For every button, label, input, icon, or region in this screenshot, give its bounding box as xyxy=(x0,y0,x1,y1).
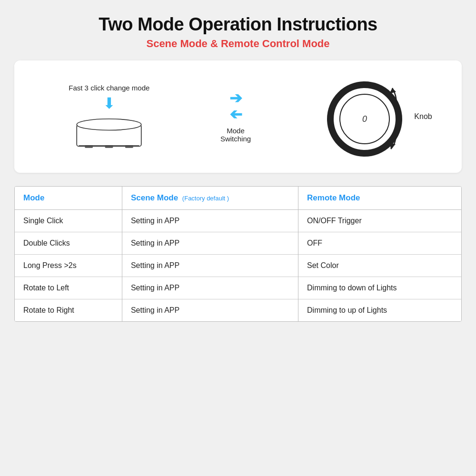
cell-mode-3: Rotate to Left xyxy=(15,277,122,299)
cell-mode-2: Long Press >2s xyxy=(15,255,122,277)
svg-rect-3 xyxy=(105,145,113,148)
knob-svg: 0 xyxy=(322,74,407,159)
switch-arrows: ➔ ➔ xyxy=(229,90,242,122)
cell-scene-3: Setting in APP xyxy=(122,277,298,299)
table-row: Rotate to RightSetting in APPDimming to … xyxy=(15,299,461,322)
table-row: Long Press >2sSetting in APPSet Color xyxy=(15,255,461,277)
arrow-right-icon: ➔ xyxy=(229,90,242,106)
cell-scene-1: Setting in APP xyxy=(122,232,298,255)
factory-default-note: (Factory default ) xyxy=(182,195,229,202)
cell-remote-0: ON/OFF Trigger xyxy=(298,210,461,232)
knob-label: Knob xyxy=(414,112,432,121)
cell-remote-2: Set Color xyxy=(298,255,461,277)
col-header-mode: Mode xyxy=(15,187,122,210)
arrow-left-icon: ➔ xyxy=(229,107,242,122)
diagram-left: Fast 3 click change mode ⬇ xyxy=(69,84,149,150)
col-header-scene: Scene Mode (Factory default ) xyxy=(122,187,298,210)
subtitle: Scene Mode & Remote Control Mode xyxy=(146,38,329,50)
cell-scene-4: Setting in APP xyxy=(122,299,298,322)
svg-rect-4 xyxy=(125,145,133,148)
table-row: Double ClicksSetting in APPOFF xyxy=(15,232,461,255)
mode-table: Mode Scene Mode (Factory default ) Remot… xyxy=(14,186,462,322)
table-body: Single ClickSetting in APPON/OFF Trigger… xyxy=(15,210,461,322)
table-header-row: Mode Scene Mode (Factory default ) Remot… xyxy=(15,187,461,210)
diagram-right: 0 Knob xyxy=(322,74,407,159)
cell-remote-3: Dimming to down of Lights xyxy=(298,277,461,299)
device-illustration xyxy=(71,116,147,150)
cell-remote-4: Dimming to up of Lights xyxy=(298,299,461,322)
col-header-remote: Remote Mode xyxy=(298,187,461,210)
svg-text:0: 0 xyxy=(362,114,367,124)
diagram-card: Fast 3 click change mode ⬇ ➔ ➔ ModeSwitc… xyxy=(14,60,462,173)
table-row: Single ClickSetting in APPON/OFF Trigger xyxy=(15,210,461,232)
fast-click-label: Fast 3 click change mode xyxy=(69,84,149,92)
mode-switch-label: ModeSwitching xyxy=(220,127,251,143)
mode-switch-area: ➔ ➔ ModeSwitching xyxy=(220,90,251,143)
cell-remote-1: OFF xyxy=(298,232,461,255)
cell-mode-1: Double Clicks xyxy=(15,232,122,255)
svg-point-1 xyxy=(77,119,142,130)
down-arrow-icon: ⬇ xyxy=(103,96,116,111)
svg-rect-2 xyxy=(85,145,93,148)
main-title: Two Mode Operation Instructions xyxy=(99,14,377,35)
cell-mode-4: Rotate to Right xyxy=(15,299,122,322)
table-row: Rotate to LeftSetting in APPDimming to d… xyxy=(15,277,461,299)
cell-scene-0: Setting in APP xyxy=(122,210,298,232)
cell-scene-2: Setting in APP xyxy=(122,255,298,277)
cell-mode-0: Single Click xyxy=(15,210,122,232)
